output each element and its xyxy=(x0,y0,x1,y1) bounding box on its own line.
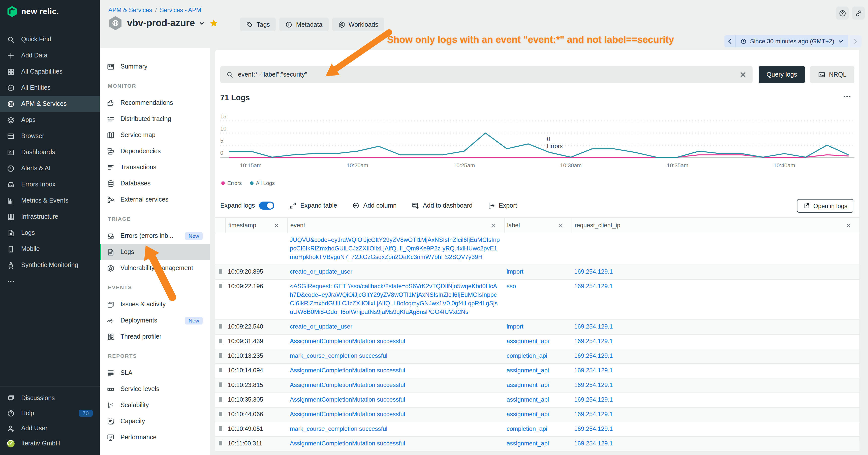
legend-item-errors[interactable]: Errors xyxy=(221,180,242,186)
toggle-on-icon[interactable] xyxy=(259,201,274,209)
expand-logs-toggle[interactable]: Expand logs xyxy=(220,201,274,209)
sidebar-item-apm-services[interactable]: APM & Services xyxy=(0,96,100,112)
subnav-item-thread-profiler[interactable]: Thread profiler xyxy=(100,328,210,345)
column-header-label[interactable]: label xyxy=(504,218,571,233)
event-link[interactable]: create_or_update_user xyxy=(290,323,352,330)
sidebar-item-add-user[interactable]: Add User xyxy=(0,421,100,436)
row-selector[interactable] xyxy=(215,408,225,422)
sidebar-item-alerts-ai[interactable]: Alerts & AI xyxy=(0,160,100,176)
table-row[interactable]: 10:10:13.235mark_course_completion succe… xyxy=(215,349,860,364)
subnav-item-vulnerability-management[interactable]: Vulnerability Management xyxy=(100,260,210,276)
row-selector[interactable] xyxy=(215,233,225,264)
request_client_ip-link[interactable]: 169.254.129.1 xyxy=(574,367,613,374)
label-link[interactable]: assignment_api xyxy=(506,337,549,345)
sidebar-item-more[interactable] xyxy=(0,273,100,289)
table-row[interactable]: 10:11:00.311AssignmentCompletionMutation… xyxy=(215,437,860,452)
row-selector[interactable] xyxy=(215,334,225,349)
row-selector[interactable] xyxy=(215,265,225,279)
event-link[interactable]: create_or_update_user xyxy=(290,268,352,275)
row-selector[interactable] xyxy=(215,349,225,363)
request_client_ip-link[interactable]: 169.254.129.1 xyxy=(574,283,613,290)
row-selector[interactable] xyxy=(215,379,225,392)
subnav-item-capacity[interactable]: Capacity xyxy=(100,413,210,429)
sidebar-item-help[interactable]: Help70 xyxy=(0,405,100,421)
subnav-item-dependencies[interactable]: Dependencies xyxy=(100,143,210,159)
sidebar-item-apps[interactable]: Apps xyxy=(0,112,100,128)
row-selector[interactable] xyxy=(215,422,225,436)
row-selector[interactable] xyxy=(215,320,225,334)
sidebar-item-iterativ-gmbh[interactable]: Iterativ GmbH xyxy=(0,436,100,451)
request_client_ip-link[interactable]: 169.254.129.1 xyxy=(574,440,613,447)
label-link[interactable]: assignment_api xyxy=(506,367,549,374)
time-back-button[interactable] xyxy=(724,35,736,47)
subnav-item-service-levels[interactable]: Service levels xyxy=(100,381,210,397)
row-selector[interactable] xyxy=(215,364,225,378)
breadcrumb-apm-services[interactable]: APM & Services xyxy=(108,6,152,13)
label-link[interactable]: completion_api xyxy=(506,425,547,432)
request_client_ip-link[interactable]: 169.254.129.1 xyxy=(574,352,613,359)
subnav-item-sla[interactable]: SLA xyxy=(100,365,210,381)
remove-column-icon[interactable] xyxy=(274,223,279,228)
log-search-bar[interactable]: event:* -"label":"security" xyxy=(220,66,752,83)
row-selector[interactable] xyxy=(215,280,225,320)
sidebar-item-add-data[interactable]: Add Data xyxy=(0,47,100,64)
sidebar-item-all-entities[interactable]: All Entities xyxy=(0,79,100,96)
event-link[interactable]: JUQVU&code=eyJraWQiOiJjcGltY29yZV8wOTl1M… xyxy=(290,236,500,260)
table-row[interactable]: 10:09:22.540create_or_update_userimport1… xyxy=(215,320,860,334)
subnav-item-recommendations[interactable]: Recommendations xyxy=(100,95,210,111)
subnav-item-deployments[interactable]: DeploymentsNew xyxy=(100,313,210,328)
breadcrumb-services-apm[interactable]: Services - APM xyxy=(160,6,201,13)
request_client_ip-link[interactable]: 169.254.129.1 xyxy=(574,425,613,432)
tags-button[interactable]: Tags xyxy=(240,18,276,31)
row-selector[interactable] xyxy=(215,393,225,407)
export-button[interactable]: Export xyxy=(488,202,517,209)
event-link[interactable]: <ASGIRequest: GET '/sso/callback/?state=… xyxy=(290,283,497,316)
event-link[interactable]: mark_course_completion successful xyxy=(290,352,388,359)
table-row[interactable]: 10:09:31.439AssignmentCompletionMutation… xyxy=(215,334,860,349)
subnav-item-errors-errors-inb[interactable]: Errors (errors inb...New xyxy=(100,228,210,244)
expand-table-button[interactable]: Expand table xyxy=(289,202,337,209)
metadata-button[interactable]: Metadata xyxy=(279,18,329,31)
subnav-item-databases[interactable]: Databases xyxy=(100,175,210,192)
sidebar-item-metrics-events[interactable]: Metrics & Events xyxy=(0,193,100,208)
table-row[interactable]: 10:10:14.094AssignmentCompletionMutation… xyxy=(215,364,860,379)
remove-column-icon[interactable] xyxy=(491,223,496,228)
nrql-button[interactable]: NRQL xyxy=(810,66,855,83)
request_client_ip-link[interactable]: 169.254.129.1 xyxy=(574,323,613,330)
remove-column-icon[interactable] xyxy=(558,223,563,228)
column-header-timestamp[interactable]: timestamp xyxy=(225,218,287,233)
workloads-button[interactable]: Workloads xyxy=(332,18,384,31)
label-link[interactable]: assignment_api xyxy=(506,440,549,447)
table-row[interactable]: 10:09:22.196<ASGIRequest: GET '/sso/call… xyxy=(215,280,860,320)
sidebar-item-all-capabilities[interactable]: All Capabilities xyxy=(0,64,100,79)
remove-column-icon[interactable] xyxy=(846,223,851,228)
label-link[interactable]: import xyxy=(506,268,524,275)
sidebar-item-dashboards[interactable]: Dashboards xyxy=(0,144,100,160)
title-chevron-down-icon[interactable] xyxy=(199,21,205,26)
table-row[interactable]: 10:10:49.051mark_course_completion succe… xyxy=(215,422,860,437)
clear-search-icon[interactable] xyxy=(740,71,746,78)
sidebar-item-quick-find[interactable]: Quick Find xyxy=(0,31,100,47)
column-header-request-client-ip[interactable]: request_client_ip xyxy=(571,218,860,233)
time-forward-button[interactable] xyxy=(849,35,862,47)
event-link[interactable]: AssignmentCompletionMutation successful xyxy=(290,367,405,374)
row-selector[interactable] xyxy=(215,437,225,451)
label-link[interactable]: assignment_api xyxy=(506,382,549,389)
favorite-star-icon[interactable] xyxy=(210,19,218,28)
label-link[interactable]: assignment_api xyxy=(506,411,549,418)
add-column-button[interactable]: Add column xyxy=(352,202,397,209)
subnav-item-scalability[interactable]: Scalability xyxy=(100,397,210,413)
legend-item-all-logs[interactable]: All Logs xyxy=(250,180,275,186)
event-link[interactable]: mark_course_completion successful xyxy=(290,425,388,432)
subnav-item-transactions[interactable]: Transactions xyxy=(100,159,210,175)
help-button[interactable] xyxy=(836,6,849,20)
table-row[interactable]: 10:10:35.305AssignmentCompletionMutation… xyxy=(215,393,860,408)
sidebar-item-browser[interactable]: Browser xyxy=(0,128,100,144)
add-to-dashboard-button[interactable]: Add to dashboard xyxy=(412,202,472,209)
event-link[interactable]: AssignmentCompletionMutation successful xyxy=(290,411,405,418)
table-row[interactable]: 10:10:44.066AssignmentCompletionMutation… xyxy=(215,408,860,422)
subnav-item-logs[interactable]: Logs xyxy=(100,244,210,260)
panel-menu-icon[interactable] xyxy=(843,92,851,101)
new-relic-logo[interactable]: new relic. xyxy=(6,5,59,18)
logs-chart[interactable]: 15105010:15am10:20am10:25am10:30am10:35a… xyxy=(220,110,856,175)
